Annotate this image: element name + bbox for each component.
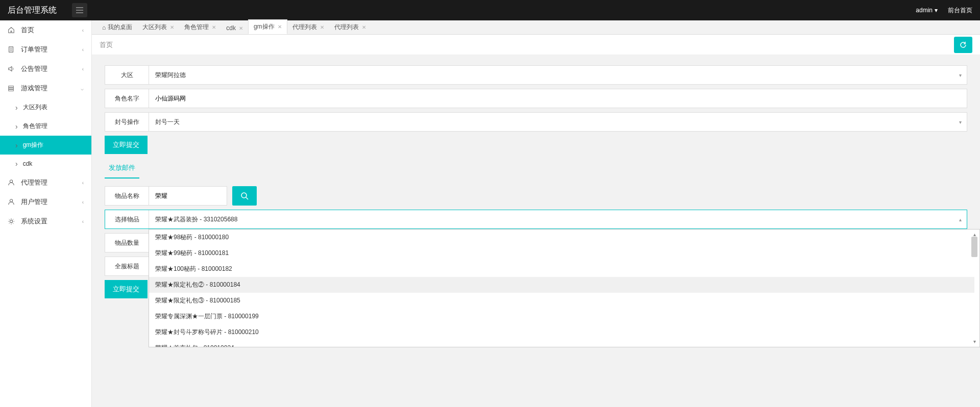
sidebar-toggle-button[interactable]: [72, 3, 87, 17]
tab-gm操作[interactable]: gm操作✕: [248, 19, 287, 20]
menu-icon: [76, 7, 83, 13]
front-site-link[interactable]: 前台首页: [948, 6, 972, 15]
user-menu[interactable]: admin: [916, 7, 938, 14]
header: 后台管理系统 admin 前台首页: [0, 0, 980, 20]
brand-title: 后台管理系统: [8, 5, 57, 16]
